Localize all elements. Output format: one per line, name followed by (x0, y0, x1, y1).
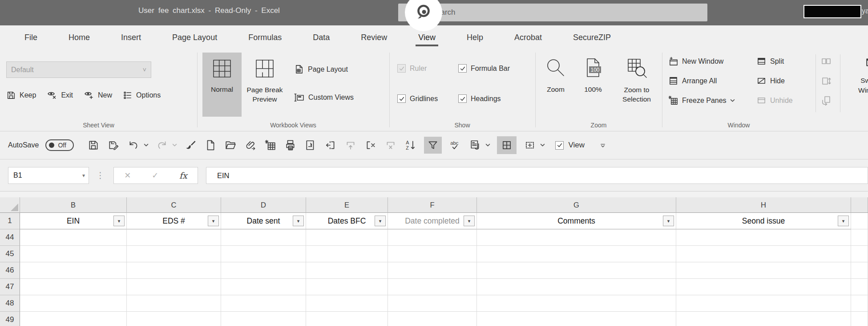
row-header-44[interactable]: 44 (0, 229, 20, 246)
keep-sheet-view-button[interactable]: Keep (6, 90, 36, 100)
format-painter-button[interactable] (184, 139, 197, 152)
switch-windows-button[interactable]: Switch Windows (851, 53, 868, 117)
freeze-panes-button[interactable]: Freeze Panes (668, 95, 735, 106)
zoom-button[interactable]: Zoom (538, 53, 573, 117)
tab-insert[interactable]: Insert (121, 33, 141, 42)
cell[interactable] (306, 262, 388, 279)
column-header-d[interactable]: D (221, 197, 306, 213)
email-attachment-button[interactable] (244, 139, 257, 152)
cell[interactable] (127, 262, 221, 279)
save-button[interactable] (87, 139, 100, 152)
undo-chevron-icon[interactable] (144, 143, 149, 147)
custom-views-button[interactable]: Custom Views (294, 92, 354, 103)
synchronous-scrolling-icon[interactable] (821, 76, 832, 86)
tab-home[interactable]: Home (69, 33, 90, 42)
tab-formulas[interactable]: Formulas (248, 33, 282, 42)
cell[interactable] (388, 246, 477, 262)
cell[interactable] (127, 246, 221, 262)
open-file-button[interactable] (224, 139, 237, 152)
cell[interactable] (388, 295, 477, 312)
tab-page-layout[interactable]: Page Layout (172, 33, 217, 42)
cell[interactable] (388, 229, 477, 246)
chevron-down-icon[interactable] (540, 143, 545, 147)
page-break-preview-button[interactable]: Page Break Preview (242, 53, 287, 117)
cell-h1[interactable]: Seond issue ▾ (676, 213, 851, 229)
gridlines-checkbox[interactable]: Gridlines (397, 94, 438, 103)
cell[interactable] (127, 295, 221, 312)
cell-f1[interactable]: Date completed ▾ (388, 213, 477, 229)
cell[interactable] (388, 262, 477, 279)
cell[interactable] (20, 229, 127, 246)
cell[interactable] (477, 295, 676, 312)
undo-button[interactable] (127, 139, 140, 152)
all-borders-button[interactable] (497, 136, 517, 154)
cell[interactable] (127, 312, 221, 326)
cell[interactable] (221, 295, 306, 312)
cancel-button[interactable]: ✕ (124, 171, 131, 180)
spelling-button[interactable] (448, 139, 462, 152)
tab-data[interactable]: Data (313, 33, 330, 42)
exit-sheet-view-button[interactable]: Exit (47, 90, 73, 101)
cell[interactable] (127, 229, 221, 246)
column-header-h[interactable]: H (676, 197, 851, 213)
cell[interactable] (20, 312, 127, 326)
sheet-view-dropdown[interactable]: Default ˅ (6, 61, 151, 78)
cell[interactable] (477, 312, 676, 326)
normal-view-button[interactable]: Normal (202, 53, 242, 117)
tab-securezip[interactable]: SecureZIP (573, 33, 611, 42)
filter-dropdown-button[interactable]: ▾ (464, 216, 475, 226)
cell[interactable] (676, 312, 851, 326)
enter-button[interactable]: ✓ (152, 171, 158, 180)
autosave-toggle[interactable]: Off (45, 139, 74, 151)
cell[interactable] (306, 229, 388, 246)
cell[interactable] (306, 312, 388, 326)
row-header-46[interactable]: 46 (0, 262, 20, 279)
tab-review[interactable]: Review (361, 33, 387, 42)
page-setup-button[interactable] (304, 139, 317, 152)
sort-az-button[interactable] (404, 139, 417, 152)
tab-help[interactable]: Help (467, 33, 483, 42)
column-header-g[interactable]: G (477, 197, 676, 213)
cell[interactable] (388, 312, 477, 326)
tab-file[interactable]: File (24, 33, 37, 42)
row-header-1[interactable]: 1 (0, 213, 20, 229)
print-preview-button[interactable] (284, 139, 297, 152)
arrange-all-button[interactable]: Arrange All (668, 76, 717, 86)
freeze-panes-qat-button[interactable] (264, 139, 277, 152)
cell-b1[interactable]: EIN ▾ (20, 213, 127, 229)
split-button[interactable]: Split (756, 56, 784, 66)
cell[interactable] (306, 279, 388, 295)
view-toggle[interactable]: View (555, 141, 585, 150)
cell[interactable] (20, 295, 127, 312)
cell-g1[interactable]: Comments ▾ (477, 213, 676, 229)
cell[interactable] (20, 279, 127, 295)
zoom-to-selection-button[interactable]: Zoom to Selection (614, 53, 660, 117)
new-window-button[interactable]: New Window (668, 56, 723, 66)
insert-cells-button[interactable] (324, 139, 337, 152)
cell[interactable] (306, 246, 388, 262)
cell[interactable] (221, 246, 306, 262)
column-header-c[interactable]: C (127, 197, 221, 213)
headings-checkbox[interactable]: Headings (458, 94, 501, 103)
hide-button[interactable]: Hide (756, 76, 785, 86)
cell-d1[interactable]: Date sent ▾ (221, 213, 306, 229)
more-commands-icon[interactable] (598, 141, 607, 150)
cell[interactable] (676, 295, 851, 312)
delete-cells-button[interactable] (364, 139, 377, 152)
cell[interactable] (477, 279, 676, 295)
cell[interactable] (676, 262, 851, 279)
cell[interactable] (477, 262, 676, 279)
filter-dropdown-button[interactable]: ▾ (208, 216, 219, 226)
cell[interactable] (676, 229, 851, 246)
unhide-button[interactable]: Unhide (756, 95, 793, 106)
column-header-b[interactable]: B (20, 197, 127, 213)
filter-dropdown-button[interactable]: ▾ (375, 216, 386, 226)
cell[interactable] (306, 295, 388, 312)
page-layout-view-button[interactable]: Page Layout (294, 64, 348, 74)
formula-bar-checkbox[interactable]: Formula Bar (458, 64, 510, 73)
cell[interactable] (221, 279, 306, 295)
tab-acrobat[interactable]: Acrobat (514, 33, 542, 42)
draw-border-button[interactable] (523, 139, 537, 152)
name-box[interactable]: B1 ▾ (8, 167, 89, 184)
select-all-corner[interactable] (0, 197, 20, 213)
